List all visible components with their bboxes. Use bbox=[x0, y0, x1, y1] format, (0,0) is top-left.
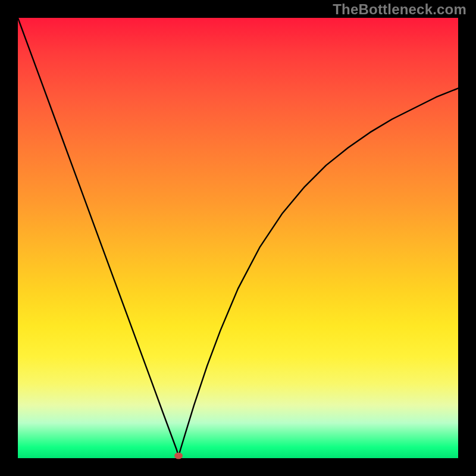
plot-area bbox=[18, 18, 458, 458]
curve-svg bbox=[18, 18, 458, 458]
optimal-point-marker bbox=[174, 453, 183, 459]
chart-stage: TheBottleneck.com bbox=[0, 0, 476, 476]
bottleneck-curve bbox=[18, 18, 458, 456]
watermark-text: TheBottleneck.com bbox=[333, 1, 466, 18]
